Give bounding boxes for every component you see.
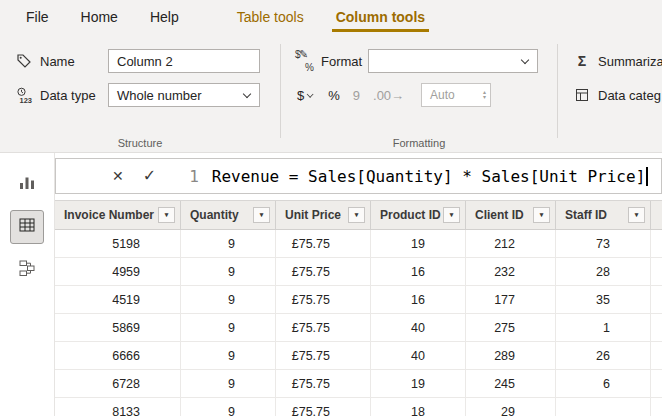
table-cell[interactable]: 19 (371, 370, 466, 397)
filter-dropdown-button[interactable]: ▾ (253, 207, 270, 223)
table-cell[interactable]: 19 (371, 230, 466, 257)
table-cell[interactable]: 245 (466, 370, 556, 397)
filter-dropdown-button[interactable]: ▾ (158, 207, 175, 223)
table-cell[interactable]: 5198 (55, 230, 181, 257)
formula-bar[interactable]: ✕ ✓ 1 Revenue = Sales[Quantity] * Sales[… (55, 158, 662, 194)
table-cell[interactable]: 16 (371, 258, 466, 285)
ribbon-group-formatting: $✎% Format $ % 9 .00→ Auto ▴▾ (281, 34, 557, 152)
thousands-separator-button[interactable]: 9 (351, 86, 362, 105)
filter-dropdown-button[interactable]: ▾ (628, 207, 645, 223)
menu-bar: File Home Help Table tools Column tools (0, 0, 662, 34)
tag-icon (14, 53, 34, 69)
table-cell[interactable]: 16 (371, 286, 466, 313)
filter-dropdown-button[interactable]: ▾ (533, 207, 550, 223)
column-header-label: Product ID (380, 208, 441, 222)
table-cell[interactable]: 26 (556, 342, 651, 369)
model-view-button[interactable] (10, 253, 44, 287)
table-cell[interactable]: £75.75 (276, 286, 371, 313)
cancel-formula-button[interactable]: ✕ (112, 169, 124, 183)
group-label-formatting: Formatting (281, 137, 557, 149)
formula-input[interactable]: Revenue = Sales[Quantity] * Sales[Unit P… (212, 167, 645, 186)
table-cell[interactable]: 5869 (55, 314, 181, 341)
menu-item-file[interactable]: File (10, 0, 65, 34)
menu-item-column-tools[interactable]: Column tools (320, 0, 441, 34)
svg-text:123: 123 (19, 96, 32, 104)
filter-dropdown-button[interactable]: ▾ (348, 207, 365, 223)
model-view-icon (17, 258, 37, 282)
menu-item-table-tools[interactable]: Table tools (221, 0, 320, 34)
table-cell[interactable]: 6 (556, 370, 651, 397)
format-field-row: $✎% Format (295, 48, 547, 74)
column-header-staff-id[interactable]: Staff ID▾ (556, 201, 651, 229)
table-cell[interactable]: 6666 (55, 342, 181, 369)
table-cell[interactable]: 73 (556, 230, 651, 257)
column-header-label: Quantity (190, 208, 239, 222)
table-cell[interactable]: 4519 (55, 286, 181, 313)
filter-dropdown-button[interactable]: ▾ (443, 207, 460, 223)
table-cell[interactable]: £75.75 (276, 230, 371, 257)
summarization-label: Summariza (598, 54, 662, 69)
decimal-places-button[interactable]: .00→ (371, 86, 406, 105)
table-cell[interactable]: 9 (181, 398, 276, 416)
table-row: 81339£75.751829 (55, 398, 662, 416)
format-label: Format (321, 54, 362, 69)
menu-item-home[interactable]: Home (65, 0, 134, 34)
column-header-product-id[interactable]: Product ID▾ (371, 201, 466, 229)
table-cell[interactable]: 29 (466, 398, 556, 416)
report-view-button[interactable] (10, 167, 44, 201)
percent-format-button[interactable]: % (326, 86, 342, 105)
table-cell[interactable]: 1 (556, 314, 651, 341)
table-cell[interactable]: 232 (466, 258, 556, 285)
table-cell[interactable]: 9 (181, 258, 276, 285)
column-header-label: Unit Price (285, 208, 341, 222)
data-view-button[interactable] (10, 210, 44, 244)
column-name-input[interactable] (108, 49, 260, 73)
currency-format-button[interactable]: $ (295, 86, 317, 105)
table-cell[interactable]: 9 (181, 314, 276, 341)
table-cell[interactable]: 40 (371, 342, 466, 369)
table-cell[interactable]: 177 (466, 286, 556, 313)
column-header-unit-price[interactable]: Unit Price▾ (276, 201, 371, 229)
table-cell[interactable]: 289 (466, 342, 556, 369)
table-cell[interactable]: 28 (556, 258, 651, 285)
column-header-client-id[interactable]: Client ID▾ (466, 201, 556, 229)
ribbon: Name 123 Data type Whole number Structur… (0, 34, 662, 153)
table-cell[interactable]: 35 (556, 286, 651, 313)
table-body: 51989£75.75192127349599£75.7516232284519… (55, 230, 662, 416)
format-buttons-row: $ % 9 .00→ Auto ▴▾ (295, 82, 547, 108)
content-area: ✕ ✓ 1 Revenue = Sales[Quantity] * Sales[… (55, 153, 662, 416)
spinner-arrows-icon[interactable]: ▴▾ (483, 90, 486, 100)
table-cell[interactable]: 9 (181, 286, 276, 313)
table-cell[interactable]: £75.75 (276, 258, 371, 285)
report-view-icon (17, 172, 37, 196)
table-cell[interactable]: 8133 (55, 398, 181, 416)
table-cell[interactable]: 18 (371, 398, 466, 416)
data-type-label: Data type (40, 88, 102, 103)
table-cell[interactable] (556, 398, 651, 416)
column-header-label: Staff ID (565, 208, 607, 222)
table-cell[interactable]: £75.75 (276, 398, 371, 416)
menu-item-help[interactable]: Help (134, 0, 195, 34)
table-cell[interactable]: 6728 (55, 370, 181, 397)
decimal-places-spinner[interactable]: Auto ▴▾ (421, 83, 491, 107)
data-category-icon (572, 87, 592, 103)
table-cell[interactable]: 9 (181, 342, 276, 369)
format-icon: $✎% (295, 52, 315, 70)
column-header-quantity[interactable]: Quantity▾ (181, 201, 276, 229)
commit-formula-button[interactable]: ✓ (143, 168, 156, 184)
table-cell[interactable]: £75.75 (276, 314, 371, 341)
data-type-dropdown[interactable]: Whole number (108, 83, 260, 107)
table-cell[interactable]: 212 (466, 230, 556, 257)
table-cell[interactable]: £75.75 (276, 342, 371, 369)
column-header-invoice-number[interactable]: Invoice Number▾ (55, 201, 181, 229)
view-sidebar (0, 153, 55, 416)
table-cell[interactable]: £75.75 (276, 370, 371, 397)
table-cell[interactable]: 40 (371, 314, 466, 341)
data-type-field-row: 123 Data type Whole number (14, 82, 270, 108)
table-cell[interactable]: 9 (181, 370, 276, 397)
table-cell[interactable]: 4959 (55, 258, 181, 285)
format-dropdown[interactable] (368, 49, 538, 73)
powerbi-window: File Home Help Table tools Column tools … (0, 0, 662, 416)
table-cell[interactable]: 275 (466, 314, 556, 341)
table-cell[interactable]: 9 (181, 230, 276, 257)
